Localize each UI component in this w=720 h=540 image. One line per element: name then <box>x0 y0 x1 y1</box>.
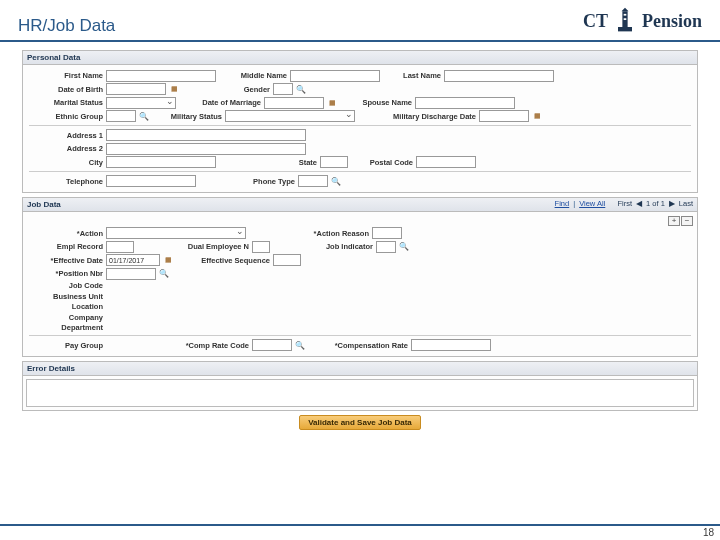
record-navigator: Find | View All First ◀ 1 of 1 ▶ Last <box>555 199 693 208</box>
ptype-field[interactable] <box>298 175 328 187</box>
reason-label: *Action Reason <box>249 229 369 238</box>
dob-field[interactable] <box>106 83 166 95</box>
marital-label: Marital Status <box>25 98 103 107</box>
divider <box>29 125 691 126</box>
personal-data-box: Personal Data First Name Middle Name Las… <box>22 50 698 193</box>
first-label: First <box>617 199 632 208</box>
last-name-field[interactable] <box>444 70 554 82</box>
calendar-icon[interactable]: ▦ <box>169 84 179 94</box>
lookup-icon[interactable]: 🔍 <box>296 84 306 94</box>
jobind-field[interactable] <box>376 241 396 253</box>
tel-field[interactable] <box>106 175 196 187</box>
marital-dropdown[interactable] <box>106 97 176 109</box>
personal-data-header: Personal Data <box>23 51 697 65</box>
spouse-label: Spouse Name <box>340 98 412 107</box>
error-details-box: Error Details <box>22 361 698 411</box>
viewall-link[interactable]: View All <box>579 199 605 208</box>
addr1-label: Address 1 <box>25 131 103 140</box>
next-icon[interactable]: ▶ <box>669 199 675 208</box>
calendar-icon[interactable]: ▦ <box>327 98 337 108</box>
ptype-label: Phone Type <box>199 177 295 186</box>
posnbr-field[interactable] <box>106 268 156 280</box>
find-link[interactable]: Find <box>555 199 570 208</box>
lookup-icon[interactable]: 🔍 <box>331 176 341 186</box>
effseq-label: Effective Sequence <box>176 256 270 265</box>
jobind-label: Job Indicator <box>273 242 373 251</box>
prev-icon[interactable]: ◀ <box>636 199 642 208</box>
effdate-field[interactable]: 01/17/2017 <box>106 254 160 266</box>
addr1-field[interactable] <box>106 129 306 141</box>
slide-number: 18 <box>703 527 714 538</box>
gender-field[interactable] <box>273 83 293 95</box>
action-label: *Action <box>25 229 103 238</box>
svg-marker-1 <box>621 8 628 12</box>
middle-name-field[interactable] <box>290 70 380 82</box>
footer-line <box>0 524 720 526</box>
mildis-field[interactable] <box>479 110 529 122</box>
lookup-icon[interactable]: 🔍 <box>295 340 305 350</box>
lighthouse-icon <box>614 6 636 36</box>
lookup-icon[interactable]: 🔍 <box>159 269 169 279</box>
svg-rect-4 <box>624 18 627 20</box>
gender-label: Gender <box>182 85 270 94</box>
city-label: City <box>25 158 103 167</box>
calendar-icon[interactable]: ▦ <box>163 255 173 265</box>
first-name-field[interactable] <box>106 70 216 82</box>
comp-field[interactable] <box>411 339 491 351</box>
ethnic-field[interactable] <box>106 110 136 122</box>
bu-label: Business Unit <box>25 292 103 301</box>
last-label: Last <box>679 199 693 208</box>
logo-ct: CT <box>583 11 608 32</box>
action-dropdown[interactable] <box>106 227 246 239</box>
add-row-button[interactable]: + <box>668 216 680 226</box>
state-label: State <box>219 158 317 167</box>
comprate-label: *Comp Rate Code <box>159 341 249 350</box>
dual-field[interactable] <box>252 241 270 253</box>
reason-field[interactable] <box>372 227 402 239</box>
dept-label: Department <box>25 323 103 332</box>
dual-label: Dual Employee N <box>137 242 249 251</box>
logo-pension: Pension <box>642 11 702 32</box>
svg-rect-3 <box>624 14 627 16</box>
lookup-icon[interactable]: 🔍 <box>399 242 409 252</box>
jobcode-label: Job Code <box>25 281 103 290</box>
state-field[interactable] <box>320 156 348 168</box>
dob-label: Date of Birth <box>25 85 103 94</box>
addr2-label: Address 2 <box>25 144 103 153</box>
addr2-field[interactable] <box>106 143 306 155</box>
error-details-body <box>26 379 694 407</box>
effseq-field[interactable] <box>273 254 301 266</box>
calendar-icon[interactable]: ▦ <box>532 111 542 121</box>
milstat-dropdown[interactable] <box>225 110 355 122</box>
loc-label: Location <box>25 302 103 311</box>
lookup-icon[interactable]: 🔍 <box>139 111 149 121</box>
ct-pension-logo: CT Pension <box>583 6 702 36</box>
first-name-label: First Name <box>25 71 103 80</box>
divider <box>29 171 691 172</box>
spouse-field[interactable] <box>415 97 515 109</box>
comprate-field[interactable] <box>252 339 292 351</box>
postal-label: Postal Code <box>351 158 413 167</box>
empl-field[interactable] <box>106 241 134 253</box>
empl-label: Empl Record <box>25 242 103 251</box>
divider <box>29 335 691 336</box>
job-data-header: Job Data Find | View All First ◀ 1 of 1 … <box>23 198 697 212</box>
last-name-label: Last Name <box>383 71 441 80</box>
dom-field[interactable] <box>264 97 324 109</box>
effdate-label: *Effective Date <box>25 256 103 265</box>
svg-rect-2 <box>618 27 632 31</box>
validate-save-button[interactable]: Validate and Save Job Data <box>299 415 421 430</box>
posnbr-label: *Position Nbr <box>25 269 103 278</box>
remove-row-button[interactable]: − <box>681 216 693 226</box>
ethnic-label: Ethnic Group <box>25 112 103 121</box>
job-data-title: Job Data <box>27 200 61 209</box>
city-field[interactable] <box>106 156 216 168</box>
mildis-label: Military Discharge Date <box>358 112 476 121</box>
paygrp-label: Pay Group <box>25 341 103 350</box>
error-details-header: Error Details <box>23 362 697 376</box>
postal-field[interactable] <box>416 156 476 168</box>
tel-label: Telephone <box>25 177 103 186</box>
page-title: HR/Job Data <box>18 16 115 36</box>
milstat-label: Military Status <box>152 112 222 121</box>
middle-name-label: Middle Name <box>219 71 287 80</box>
